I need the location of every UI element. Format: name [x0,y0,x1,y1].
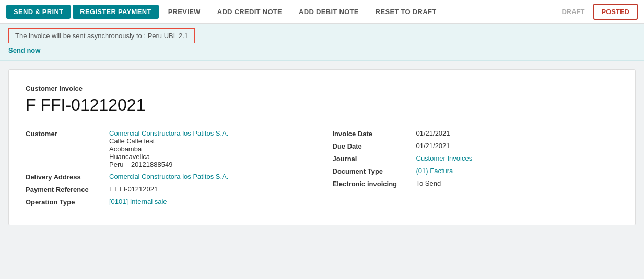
payment-reference-value: F FFI-01212021 [109,185,158,193]
info-banner: The invoice will be sent asynchronously … [0,24,644,61]
invoice-type-label: Customer Invoice [26,84,618,92]
main-content: Customer Invoice F FFI-01212021 Customer… [0,61,644,234]
info-banner-message: The invoice will be sent asynchronously … [8,28,195,43]
electronic-invoicing-row: Electronic invoicing To Send [333,179,619,188]
delivery-address-row: Delivery Address Comercial Constructora … [26,173,312,181]
status-draft[interactable]: DRAFT [555,5,591,19]
add-debit-note-button[interactable]: ADD DEBIT NOTE [291,5,366,19]
invoice-date-value: 01/21/2021 [416,129,450,137]
add-credit-note-button[interactable]: ADD CREDIT NOTE [210,5,289,19]
journal-label: Journal [333,154,416,163]
delivery-address-value[interactable]: Comercial Constructora los Patitos S.A. [109,173,228,180]
journal-row: Journal Customer Invoices [333,154,619,163]
payment-reference-label: Payment Reference [26,185,109,193]
payment-reference-row: Payment Reference F FFI-01212021 [26,185,312,193]
toolbar: SEND & PRINT REGISTER PAYMENT PREVIEW AD… [0,0,644,24]
customer-row: Customer Comercial Constructora los Pati… [26,129,312,168]
electronic-invoicing-value: To Send [416,179,441,187]
electronic-invoicing-label: Electronic invoicing [333,179,416,188]
customer-address-3: Huancavelica [109,153,228,161]
delivery-address-label: Delivery Address [26,173,109,181]
status-posted[interactable]: POSTED [593,4,638,20]
invoice-card: Customer Invoice F FFI-01212021 Customer… [8,69,636,225]
document-type-label: Document Type [333,167,416,175]
right-section: Invoice Date 01/21/2021 Due Date 01/21/2… [333,129,619,210]
left-section: Customer Comercial Constructora los Pati… [26,129,312,210]
invoice-date-label: Invoice Date [333,129,416,138]
operation-type-label: Operation Type [26,198,109,206]
customer-label: Customer [26,129,109,138]
customer-address-1: Calle Calle test [109,137,228,145]
due-date-label: Due Date [333,142,416,150]
invoice-date-row: Invoice Date 01/21/2021 [333,129,619,138]
register-payment-button[interactable]: REGISTER PAYMENT [73,5,158,19]
invoice-number: F FFI-01212021 [26,95,618,115]
due-date-row: Due Date 01/21/2021 [333,142,619,150]
document-type-value[interactable]: (01) Factura [416,167,453,175]
fields-grid: Customer Comercial Constructora los Pati… [26,129,618,210]
customer-name[interactable]: Comercial Constructora los Patitos S.A. [109,129,228,137]
due-date-value: 01/21/2021 [416,142,450,150]
operation-type-value[interactable]: [0101] Internal sale [109,198,167,205]
customer-value: Comercial Constructora los Patitos S.A. … [109,129,228,168]
send-print-button[interactable]: SEND & PRINT [6,5,71,19]
document-type-row: Document Type (01) Factura [333,167,619,175]
reset-to-draft-button[interactable]: RESET TO DRAFT [368,5,444,19]
customer-address-4: Peru – 20121888549 [109,161,228,168]
journal-value[interactable]: Customer Invoices [416,154,473,162]
preview-button[interactable]: PREVIEW [161,5,208,19]
customer-address-2: Acobamba [109,145,228,153]
operation-type-row: Operation Type [0101] Internal sale [26,198,312,206]
send-now-link[interactable]: Send now [8,46,636,54]
